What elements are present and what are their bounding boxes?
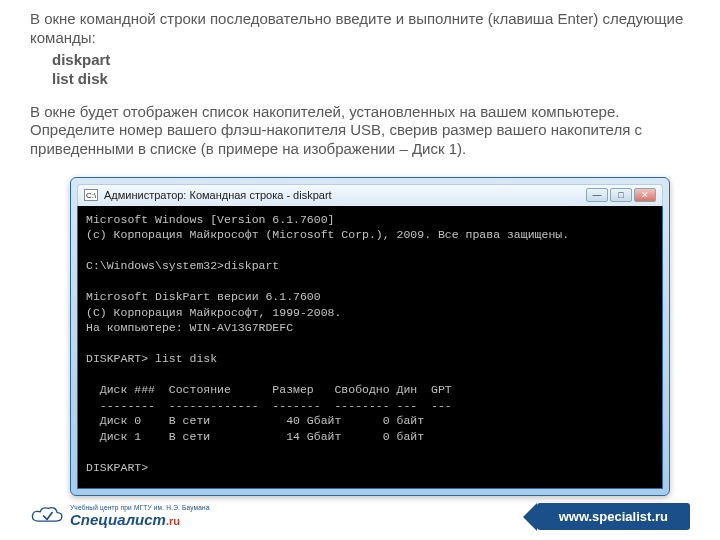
table-row: Диск 0 В сети 40 Gбайт 0 байт xyxy=(86,414,424,427)
console-line: Microsoft DiskPart версии 6.1.7600 xyxy=(86,290,321,303)
console-prompt: DISKPART> xyxy=(86,461,148,474)
instruction-result: В окне будет отображен список накопителе… xyxy=(30,103,690,159)
terminal-window: C:\ Администратор: Командная строка - di… xyxy=(70,177,670,496)
table-header: Диск ### Состояние Размер Свободно Дин G… xyxy=(86,383,452,396)
logo-title: Специалист.ru xyxy=(70,512,210,527)
footer: Учебный центр при МГТУ им. Н.Э. Баумана … xyxy=(0,492,720,540)
command-list: diskpart list disk xyxy=(30,48,690,97)
command-2: list disk xyxy=(52,69,690,89)
console-line: (c) Корпорация Майкрософт (Microsoft Cor… xyxy=(86,228,569,241)
table-row: Диск 1 В сети 14 Gбайт 0 байт xyxy=(86,430,424,443)
console-line: (C) Корпорация Майкрософт, 1999-2008. xyxy=(86,306,341,319)
site-badge: www.specialist.ru xyxy=(537,503,690,530)
console-output: Microsoft Windows [Version 6.1.7600] (c)… xyxy=(77,206,663,489)
console-prompt: DISKPART> list disk xyxy=(86,352,217,365)
console-line: Microsoft Windows [Version 6.1.7600] xyxy=(86,213,334,226)
window-titlebar: C:\ Администратор: Командная строка - di… xyxy=(77,184,663,206)
table-separator: -------- ------------- ------- -------- … xyxy=(86,399,452,412)
window-title: Администратор: Командная строка - diskpa… xyxy=(104,189,332,201)
console-prompt: C:\Windows\system32>diskpart xyxy=(86,259,279,272)
command-1: diskpart xyxy=(52,50,690,70)
cloud-icon xyxy=(30,505,64,527)
maximize-button[interactable]: □ xyxy=(610,188,632,202)
instruction-intro: В окне командной строки последовательно … xyxy=(30,10,690,48)
console-line: На компьютере: WIN-AV13G7RDEFC xyxy=(86,321,293,334)
cmd-icon: C:\ xyxy=(84,189,98,201)
logo: Учебный центр при МГТУ им. Н.Э. Баумана … xyxy=(30,505,210,527)
close-button[interactable]: ✕ xyxy=(634,188,656,202)
minimize-button[interactable]: — xyxy=(586,188,608,202)
